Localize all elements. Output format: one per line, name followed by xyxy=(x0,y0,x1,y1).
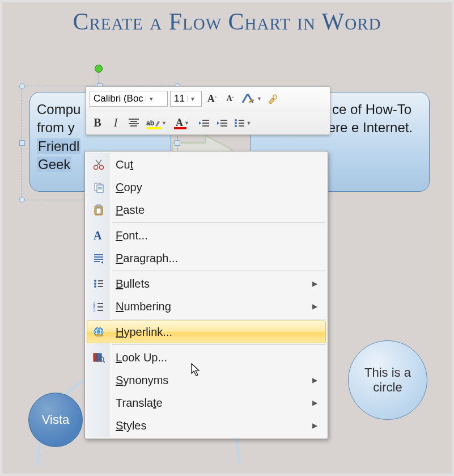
menu-item-label: Look Up... xyxy=(116,351,167,364)
svg-point-9 xyxy=(235,125,237,127)
menu-item-hyperlink[interactable]: Hyperlink... xyxy=(87,321,326,343)
vista-label: Vista xyxy=(42,412,70,427)
hyperlink-icon xyxy=(92,325,105,339)
decrease-indent-button[interactable] xyxy=(196,115,212,132)
menu-separator xyxy=(112,319,326,319)
submenu-arrow-icon: ▶ xyxy=(312,399,317,407)
copy-icon xyxy=(92,180,105,194)
svg-rect-22 xyxy=(96,205,101,207)
shrink-font-label: A xyxy=(226,94,232,103)
flowchart-circle[interactable]: This is a circle xyxy=(348,340,427,420)
menu-separator xyxy=(112,344,326,345)
menu-item-look-up[interactable]: Look Up... xyxy=(87,346,326,369)
selection-handle-bottom-left[interactable] xyxy=(19,197,25,203)
rotate-handle[interactable] xyxy=(95,65,103,73)
menu-item-bullets[interactable]: Bullets▶ xyxy=(87,272,326,295)
menu-item-cut[interactable]: Cut xyxy=(87,153,326,176)
font-color-button[interactable]: A ▼ xyxy=(171,115,194,132)
menu-item-label: Bullets xyxy=(116,277,150,290)
numbering-icon: 123 xyxy=(92,300,105,313)
menu-item-label: Styles xyxy=(116,419,146,432)
menu-item-label: Paragraph... xyxy=(116,252,178,265)
center-align-icon xyxy=(128,117,140,129)
grow-font-label: A xyxy=(207,93,215,105)
page-title: Create a Flow Chart in Word xyxy=(2,8,452,35)
selection-handle-right[interactable] xyxy=(175,140,180,146)
document-canvas: Create a Flow Chart in Word e the best c… xyxy=(0,0,454,476)
blank-icon xyxy=(92,373,105,387)
increase-indent-button[interactable] xyxy=(214,115,230,132)
chevron-down-icon: ▼ xyxy=(184,120,189,126)
menu-item-label: Hyperlink... xyxy=(116,326,172,339)
selection-handle-left[interactable] xyxy=(19,140,25,146)
chevron-down-icon: ▼ xyxy=(162,120,167,126)
selection-handle-top-left[interactable] xyxy=(19,83,25,89)
paste-icon xyxy=(92,203,105,217)
menu-item-numbering[interactable]: 123Numbering▶ xyxy=(87,295,326,318)
rotate-handle-connector xyxy=(99,72,99,85)
menu-item-translate[interactable]: Translate▶ xyxy=(87,391,326,414)
bullets-icon xyxy=(234,118,245,128)
smartart-node-vista[interactable]: Vista xyxy=(28,393,83,447)
chevron-down-icon: ▼ xyxy=(247,120,252,126)
italic-button[interactable]: I xyxy=(108,115,124,132)
chevron-down-icon: ▼ xyxy=(187,96,196,102)
bullets-button[interactable]: ▼ xyxy=(232,115,253,132)
menu-item-label: Translate xyxy=(116,397,163,410)
menu-item-label: Cut xyxy=(116,158,133,171)
menu-item-label: Copy xyxy=(116,181,142,194)
svg-point-7 xyxy=(235,119,237,121)
menu-item-styles[interactable]: Styles▶ xyxy=(87,414,326,437)
menu-item-copy[interactable]: Copy xyxy=(87,176,326,199)
menu-item-label: Paste xyxy=(116,204,145,217)
lookup-icon xyxy=(92,351,105,364)
font-color-swatch xyxy=(174,127,186,129)
svg-text:3: 3 xyxy=(93,308,95,312)
center-align-button[interactable] xyxy=(126,115,142,132)
highlight-color-button[interactable]: ab ▼ xyxy=(144,115,169,132)
fontA-icon: A xyxy=(92,229,105,242)
mini-toolbar: Calibri (Boc ▼ 11 ▼ Aˆ Aˇ ▼ xyxy=(86,86,330,135)
grow-font-button[interactable]: Aˆ xyxy=(204,90,220,107)
svg-line-47 xyxy=(103,361,105,363)
svg-point-8 xyxy=(235,122,237,124)
increase-indent-icon xyxy=(216,118,228,128)
highlight-label: ab xyxy=(146,119,154,127)
paragraph-icon xyxy=(92,251,105,265)
bullets-icon xyxy=(92,277,105,290)
decrease-indent-icon xyxy=(198,118,210,128)
bold-button[interactable]: B xyxy=(90,115,105,132)
bold-label: B xyxy=(94,116,101,129)
blank-icon xyxy=(92,396,105,410)
change-styles-button[interactable]: ▼ xyxy=(240,90,262,107)
menu-item-font[interactable]: AFont... xyxy=(87,224,326,247)
blank-icon xyxy=(92,419,105,432)
format-painter-button[interactable] xyxy=(265,90,281,107)
svg-rect-0 xyxy=(273,95,277,99)
chevron-down-icon: ▼ xyxy=(257,96,262,102)
font-name-value: Calibri (Boc xyxy=(94,93,143,104)
menu-item-paragraph[interactable]: Paragraph... xyxy=(87,247,326,269)
menu-item-synonyms[interactable]: Synonyms▶ xyxy=(87,369,326,391)
svg-rect-23 xyxy=(96,208,101,214)
font-size-value: 11 xyxy=(174,93,185,104)
submenu-arrow-icon: ▶ xyxy=(312,302,317,310)
italic-label: I xyxy=(114,116,118,129)
font-name-combo[interactable]: Calibri (Boc ▼ xyxy=(90,91,168,107)
menu-item-paste[interactable]: Paste xyxy=(87,199,326,221)
menu-item-label: Numbering xyxy=(116,300,171,313)
highlight-swatch xyxy=(147,127,162,129)
submenu-arrow-icon: ▶ xyxy=(312,280,317,288)
chevron-down-icon: ▼ xyxy=(146,96,154,102)
circle-text: This is a circle xyxy=(349,365,427,395)
shrink-font-button[interactable]: Aˇ xyxy=(222,90,238,107)
svg-point-30 xyxy=(94,283,96,285)
mini-toolbar-row-2: B I ab ▼ A ▼ xyxy=(86,111,330,134)
submenu-arrow-icon: ▶ xyxy=(312,422,317,429)
cut-icon xyxy=(92,158,105,171)
menu-item-label: Synonyms xyxy=(116,374,168,387)
mouse-cursor-icon xyxy=(191,363,202,378)
font-size-combo[interactable]: 11 ▼ xyxy=(170,91,202,107)
menu-separator xyxy=(112,222,326,223)
menu-separator xyxy=(112,271,326,271)
